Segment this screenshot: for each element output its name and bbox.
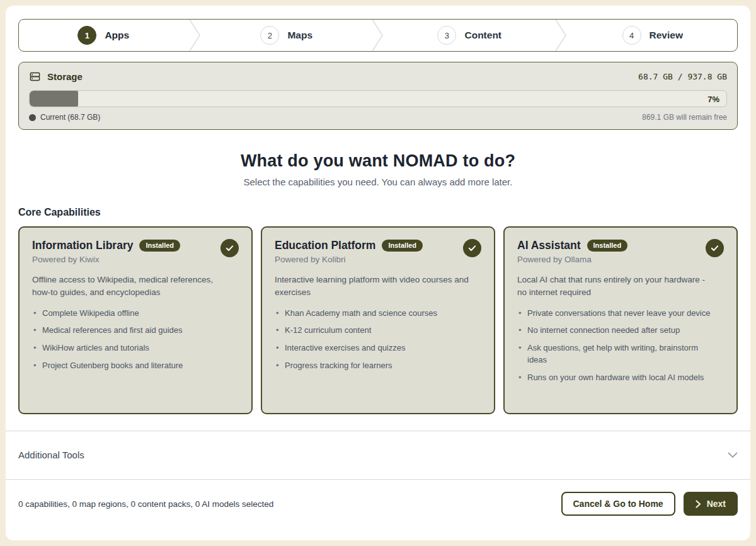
step-number-badge: 1 [77,26,96,45]
card-title: Education Platform [275,239,375,252]
step-separator-chevron-icon [554,20,568,51]
card-education-platform[interactable]: Education Platform Installed Powered by … [261,226,495,414]
card-description: Local AI chat that runs entirely on your… [517,274,713,299]
wizard-stepper: 1 Apps 2 Maps 3 Content 4 Review [18,19,738,52]
feature-item: Khan Academy math and science courses [275,308,470,320]
page-title: What do you want NOMAD to do? [18,151,738,171]
installed-badge: Installed [587,240,628,252]
storage-title: Storage [47,71,83,82]
feature-item: Interactive exercises and quizzes [275,342,470,354]
feature-item: Project Gutenberg books and literature [32,360,227,372]
additional-tools-toggle[interactable]: Additional Tools [18,431,738,479]
cancel-button[interactable]: Cancel & Go to Home [561,492,675,516]
feature-item: Complete Wikipedia offline [32,308,227,320]
card-feature-list: Khan Academy math and science courses K-… [275,308,481,372]
feature-item: Progress tracking for learners [275,360,470,372]
feature-item: No internet connection needed after setu… [517,325,713,337]
chevron-down-icon[interactable] [728,452,738,458]
card-title: Information Library [32,239,133,252]
powered-by-label: Powered by Kolibri [275,255,423,264]
step-label: Review [650,30,683,41]
step-label: Maps [287,30,312,41]
feature-item: Private conversations that never leave y… [517,308,713,320]
next-button[interactable]: Next [684,492,738,516]
page-subtitle: Select the capabilities you need. You ca… [18,177,738,187]
legend-current-dot [29,114,36,121]
card-description: Interactive learning platform with video… [275,274,470,299]
storage-progress-bar: 7% [29,90,727,107]
storage-usage-value: 68.7 GB / 937.8 GB [638,72,727,81]
selected-check-icon [220,239,239,257]
next-button-label: Next [707,499,726,509]
feature-item: K-12 curriculum content [275,325,470,337]
additional-tools-label: Additional Tools [18,450,84,460]
next-chevron-icon [696,500,701,508]
step-apps[interactable]: 1 Apps [19,20,188,51]
card-description: Offline access to Wikipedia, medical ref… [32,274,227,299]
card-title: AI Assistant [517,239,581,252]
wizard-footer: 0 capabilities, 0 map regions, 0 content… [18,492,738,516]
powered-by-label: Powered by Kiwix [32,255,180,264]
powered-by-label: Powered by Ollama [517,255,627,264]
capability-cards: Information Library Installed Powered by… [18,226,738,414]
selected-check-icon [706,239,724,257]
feature-item: Ask questions, get help with writing, br… [517,342,713,366]
card-feature-list: Complete Wikipedia offline Medical refer… [32,308,239,372]
storage-progress-fill [30,91,78,107]
core-capabilities-heading: Core Capabilities [18,207,738,218]
feature-item: WikiHow articles and tutorials [32,342,227,354]
card-ai-assistant[interactable]: AI Assistant Installed Powered by Ollama… [503,226,738,414]
step-number-badge: 4 [622,26,641,45]
legend-current-label: Current (68.7 GB) [40,113,100,122]
section-divider [6,479,750,480]
installed-badge: Installed [139,240,180,252]
setup-wizard-page: 1 Apps 2 Maps 3 Content 4 Review [6,6,750,540]
step-separator-chevron-icon [188,20,202,51]
step-review[interactable]: 4 Review [568,20,738,51]
storage-panel: Storage 68.7 GB / 937.8 GB 7% Current (6… [18,62,738,130]
feature-item: Medical references and first aid guides [32,325,227,337]
storage-drive-icon [29,71,41,83]
installed-badge: Installed [382,240,423,252]
card-information-library[interactable]: Information Library Installed Powered by… [18,226,253,414]
step-maps[interactable]: 2 Maps [202,20,372,51]
step-number-badge: 2 [260,26,279,45]
step-separator-chevron-icon [371,20,385,51]
selected-check-icon [463,239,481,257]
step-label: Content [464,30,501,41]
storage-remaining-label: 869.1 GB will remain free [642,113,727,122]
card-feature-list: Private conversations that never leave y… [517,308,724,384]
feature-item: Runs on your own hardware with local AI … [517,372,713,384]
storage-percent-label: 7% [707,94,719,103]
step-content[interactable]: 3 Content [385,20,554,51]
step-label: Apps [105,30,129,41]
step-number-badge: 3 [437,26,456,45]
selection-summary: 0 capabilities, 0 map regions, 0 content… [18,499,273,509]
